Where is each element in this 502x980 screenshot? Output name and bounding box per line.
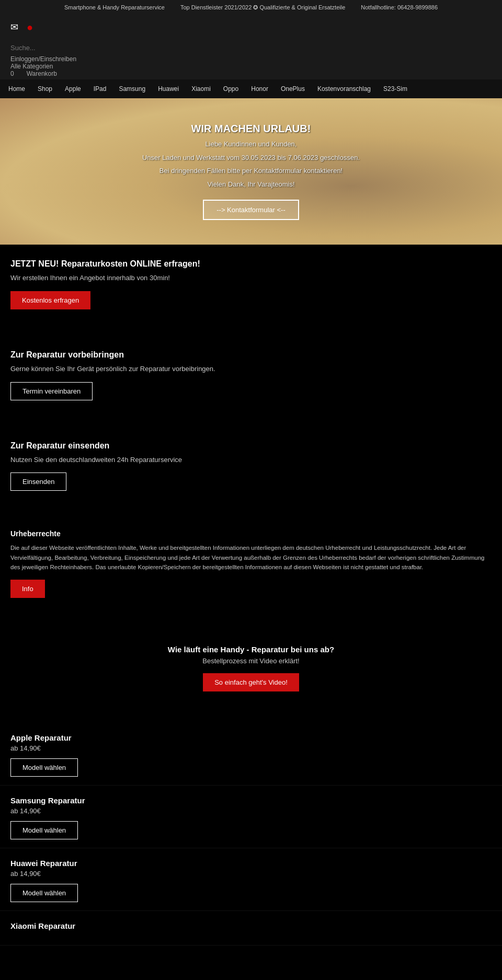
nav-ipad[interactable]: IPad <box>87 81 113 97</box>
repair-huawei-button[interactable]: Modell wählen <box>10 884 78 902</box>
topbar-item-1: Smartphone & Handy Reparaturservice <box>64 4 165 10</box>
vorbeibringen-title: Zur Reparatur vorbeibringen <box>10 350 492 360</box>
repair-samsung-title: Samsung Reparatur <box>10 796 492 805</box>
divider-3 <box>0 501 502 517</box>
repair-card-samsung: Samsung Reparatur ab 14,90€ Modell wähle… <box>0 786 502 848</box>
einsenden-text: Nutzen Sie den deutschlandweiten 24h Rep… <box>10 455 492 466</box>
repair-huawei-price: ab 14,90€ <box>10 870 492 878</box>
warenkorb-label: Warenkorb <box>27 70 57 77</box>
copyright-text: Die auf dieser Webseite veröffentlichten… <box>10 543 492 572</box>
divider-5 <box>0 707 502 723</box>
nav-shop[interactable]: Shop <box>31 81 59 97</box>
repair-samsung-price: ab 14,90€ <box>10 807 492 815</box>
repair-cards-container: Apple Reparatur ab 14,90€ Modell wählen … <box>0 723 502 946</box>
nav-kostenvoranschlag[interactable]: Kostenvoranschlag <box>311 81 377 97</box>
repair-card-xiaomi: Xiaomi Reparatur <box>0 911 502 946</box>
nav-oneplus[interactable]: OnePlus <box>275 81 311 97</box>
nav-oppo[interactable]: Oppo <box>217 81 245 97</box>
nav-huawei[interactable]: Huawei <box>152 81 185 97</box>
video-subtitle: Bestellprozess mit Video erklärt! <box>10 657 492 665</box>
section-copyright: Urheberrechte Die auf dieser Webseite ve… <box>0 517 502 608</box>
termin-vereinbaren-button[interactable]: Termin vereinbaren <box>10 382 93 400</box>
search-area <box>0 40 502 54</box>
main-nav: Home Shop Apple IPad Samsung Huawei Xiao… <box>0 79 502 98</box>
nav-xiaomi[interactable]: Xiaomi <box>185 81 217 97</box>
nav-s23[interactable]: S23-Sim <box>377 81 414 97</box>
login-link[interactable]: Einloggen/Einschreiben <box>10 55 76 63</box>
vorbeibringen-text: Gerne können Sie Ihr Gerät persönlich zu… <box>10 364 492 375</box>
info-button[interactable]: Info <box>10 580 45 598</box>
hero-banner: WIR MACHEN URLAUB! Liebe Kundinnen und K… <box>0 98 502 245</box>
nav-apple[interactable]: Apple <box>59 81 87 97</box>
search-input[interactable] <box>10 44 115 52</box>
kostenlos-erfragen-button[interactable]: Kostenlos erfragen <box>10 291 90 309</box>
section-video: Wie läuft eine Handy - Reparatur bei uns… <box>0 624 502 707</box>
hero-line1: Liebe Kundinnen und Kunden, <box>142 139 360 149</box>
topbar-item-3: Notfallhotline: 06428-9899886 <box>361 4 438 10</box>
online-quote-title: JETZT NEU! Reparaturkosten ONLINE erfrag… <box>10 259 492 269</box>
hero-content: WIR MACHEN URLAUB! Liebe Kundinnen und K… <box>142 123 360 220</box>
divider-4 <box>0 608 502 624</box>
repair-samsung-button[interactable]: Modell wählen <box>10 821 78 839</box>
karte-count: 0 <box>10 70 14 77</box>
nav-hints: Einloggen/Einschreiben Alle Kategorien 0… <box>0 54 502 79</box>
divider-1 <box>0 320 502 336</box>
section-vorbeibringen: Zur Reparatur vorbeibringen Gerne können… <box>0 336 502 411</box>
repair-apple-button[interactable]: Modell wählen <box>10 758 78 777</box>
kontaktformular-button[interactable]: --> Kontaktformular <-- <box>203 200 299 220</box>
hero-line2: Unser Laden und Werkstatt vom 30.05.2023… <box>142 153 360 163</box>
email-icon[interactable]: ✉ <box>10 21 18 33</box>
hero-line3: Bei dringenden Fällen bitte per Kontaktf… <box>142 166 360 176</box>
einsenden-button[interactable]: Einsenden <box>10 472 66 491</box>
topbar-item-2: Top Dienstleister 2021/2022 ✪ Qualifizie… <box>180 4 345 11</box>
divider-2 <box>0 411 502 426</box>
section-einsenden: Zur Reparatur einsenden Nutzen Sie den d… <box>0 426 502 502</box>
nav-home[interactable]: Home <box>2 81 31 97</box>
logo: ● <box>27 21 33 33</box>
header: ✉ ● <box>0 15 502 40</box>
repair-apple-title: Apple Reparatur <box>10 733 492 742</box>
repair-xiaomi-title: Xiaomi Reparatur <box>10 921 492 930</box>
repair-card-huawei: Huawei Reparatur ab 14,90€ Modell wählen <box>0 848 502 911</box>
hero-line4: Vielen Dank, Ihr Varajteomis! <box>142 179 360 190</box>
online-quote-subtitle: Wir erstellen Ihnen ein Angebot innerhal… <box>10 273 492 284</box>
categories-link[interactable]: Alle Kategorien <box>10 63 53 70</box>
copyright-title: Urheberrechte <box>10 529 492 538</box>
nav-honor[interactable]: Honor <box>245 81 275 97</box>
video-button[interactable]: So einfach geht's Video! <box>203 673 299 691</box>
repair-apple-price: ab 14,90€ <box>10 744 492 752</box>
top-bar: Smartphone & Handy Reparaturservice Top … <box>0 0 502 15</box>
section-online-quote: JETZT NEU! Reparaturkosten ONLINE erfrag… <box>0 245 502 320</box>
einsenden-title: Zur Reparatur einsenden <box>10 441 492 451</box>
video-title: Wie läuft eine Handy - Reparatur bei uns… <box>10 645 492 654</box>
logo-dot: ● <box>27 21 33 33</box>
nav-samsung[interactable]: Samsung <box>112 81 152 97</box>
hero-title: WIR MACHEN URLAUB! <box>142 123 360 135</box>
repair-huawei-title: Huawei Reparatur <box>10 859 492 868</box>
repair-card-apple: Apple Reparatur ab 14,90€ Modell wählen <box>0 723 502 786</box>
